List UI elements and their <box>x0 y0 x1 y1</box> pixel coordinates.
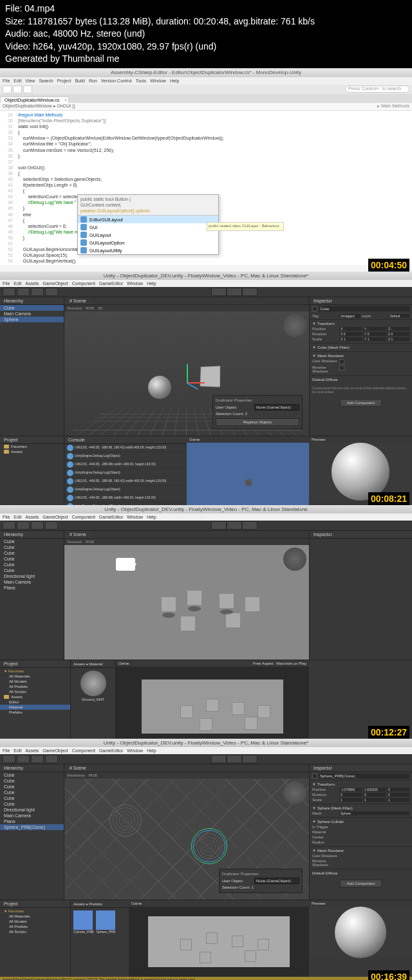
hierarchy-panel[interactable]: Hierarchy CubeCubeCubeCubeCubeCubeDirect… <box>0 531 64 660</box>
menu-file[interactable]: File <box>3 281 10 286</box>
rotate-tool[interactable] <box>31 755 44 763</box>
assets-folder[interactable]: Assets <box>0 449 64 454</box>
sphere-selected[interactable] <box>193 830 225 862</box>
sphere-object[interactable] <box>148 376 171 399</box>
cube-object[interactable] <box>180 616 196 631</box>
unity-menubar[interactable]: File Edit Assets GameObject Component Ga… <box>0 280 412 287</box>
menu-build[interactable]: Build <box>75 79 85 83</box>
hand-tool[interactable] <box>3 521 15 530</box>
hierarchy-item[interactable]: Cube <box>0 778 64 784</box>
camera-icon[interactable] <box>116 558 135 571</box>
view-cube[interactable] <box>283 548 306 571</box>
scene-tab[interactable]: # Scene <box>64 764 91 772</box>
hierarchy-item[interactable]: Main Camera <box>0 311 64 317</box>
folder-item[interactable]: Editor <box>0 699 70 705</box>
game-tab[interactable]: Game <box>189 438 200 441</box>
hand-tool[interactable] <box>3 755 15 763</box>
favorites[interactable]: ★ Favorites <box>0 668 70 674</box>
scene-viewport[interactable]: Duplicator Properties: User Object:None … <box>64 779 309 900</box>
material-preview[interactable] <box>335 907 386 958</box>
scene-tab[interactable]: # Scene <box>64 297 91 304</box>
view-cube[interactable] <box>283 314 306 337</box>
toolbar-run[interactable] <box>3 86 12 93</box>
console-item[interactable]: (-963.03, -449.05, -289.98) width:-465.0… <box>64 494 187 503</box>
menu-project[interactable]: Project <box>57 79 71 83</box>
menu-version[interactable]: Version Control <box>101 79 132 83</box>
menu-view[interactable]: View <box>25 79 35 83</box>
folder-item[interactable]: Prefabs <box>0 710 70 715</box>
breadcrumb[interactable]: ObjectDuplicatorWindow ▸ OnGUI () <box>3 104 75 109</box>
move-tool[interactable] <box>17 288 30 296</box>
hierarchy-item[interactable]: Plane <box>0 585 64 591</box>
hierarchy-item[interactable]: Cube <box>0 801 64 807</box>
cube-object[interactable] <box>245 596 260 612</box>
code-editor[interactable]: 29#region Main Methods30[MenuItem("Indie… <box>0 111 412 265</box>
menu-edit[interactable]: Edit <box>14 79 21 83</box>
cube-object[interactable] <box>219 593 234 609</box>
menu-tools[interactable]: Tools <box>136 79 146 83</box>
favorites-folder[interactable]: Favorites <box>0 444 64 449</box>
hierarchy-item[interactable]: Sphere_PRB(Clone) <box>0 824 64 830</box>
cube-object[interactable] <box>200 366 221 387</box>
project-tab[interactable]: Project <box>0 436 64 444</box>
rotate-tool[interactable] <box>31 288 44 296</box>
hierarchy-item[interactable]: Cube <box>0 790 64 795</box>
menu-window[interactable]: Window <box>150 79 166 83</box>
scale-tool[interactable] <box>45 521 58 530</box>
material-icon[interactable] <box>80 670 106 696</box>
menu-assets[interactable]: Assets <box>25 281 39 286</box>
object-name[interactable]: Sphere_PRB(Clone) <box>319 773 409 779</box>
close-icon[interactable]: × <box>64 98 67 102</box>
hierarchy-tab[interactable]: Hierarchy <box>0 297 64 305</box>
hierarchy-item[interactable]: Cube <box>0 772 64 778</box>
step-button[interactable] <box>242 288 258 296</box>
menu-run[interactable]: Run <box>89 79 97 83</box>
menu-gameeditor[interactable]: GameEditor <box>99 281 123 286</box>
method-nav[interactable]: ▸ Main Methods <box>377 104 409 109</box>
checkbox[interactable] <box>339 359 344 364</box>
step-button[interactable] <box>242 521 258 530</box>
warning-bar[interactable]: Assets/Editor/ObjectDuplicatorWindow.cs(… <box>0 977 412 980</box>
active-checkbox[interactable] <box>312 306 317 311</box>
folder-item[interactable]: Material <box>0 705 70 710</box>
scale-tool[interactable] <box>45 288 58 296</box>
pause-button[interactable] <box>227 288 242 296</box>
unity-menubar[interactable]: FileEditAssetsGameObjectComponentGameEdi… <box>0 747 412 754</box>
search-input[interactable]: Press 'Control+,' to search <box>345 86 409 93</box>
ac-item[interactable]: GUI <box>78 223 218 231</box>
sphere-wireframe[interactable] <box>109 804 142 837</box>
fav-item[interactable]: All Models <box>0 679 70 684</box>
replace-button[interactable]: Replace Objects <box>216 418 299 426</box>
hierarchy-item[interactable]: Sphere <box>0 317 64 322</box>
menu-component[interactable]: Component <box>72 281 95 286</box>
prefab-icon[interactable] <box>96 911 115 930</box>
menu-gameobject[interactable]: GameObject <box>42 281 68 286</box>
hierarchy-item[interactable]: Cube <box>0 544 64 550</box>
view-cube[interactable] <box>283 781 306 804</box>
pause-button[interactable] <box>227 521 242 530</box>
hierarchy-item[interactable]: Main Camera <box>0 579 64 585</box>
inspector-panel[interactable]: Inspector <box>309 531 412 660</box>
object-field[interactable]: None (GameObject) <box>254 878 299 884</box>
console-item[interactable]: (-963.03, -449.05, -289.98, 180.42) widt… <box>64 477 187 486</box>
hand-tool[interactable] <box>3 288 15 296</box>
project-panel[interactable]: Project ★ Favorites All Materials All Mo… <box>0 660 71 746</box>
breadcrumb[interactable]: Assets ▸ Material <box>71 660 115 668</box>
fav-item[interactable]: All Materials <box>0 674 70 679</box>
scene-tab[interactable]: # Scene <box>64 531 91 538</box>
pause-button[interactable] <box>227 755 242 763</box>
console-item[interactable]: (-963.03, -449.05, -289.98) width:-465.0… <box>64 461 187 469</box>
menubar[interactable]: File Edit View Search Project Build Run … <box>0 77 412 85</box>
hierarchy-item[interactable]: Cube <box>0 539 64 544</box>
menu-help[interactable]: Help <box>170 79 179 83</box>
hierarchy-item[interactable]: Directional light <box>0 573 64 579</box>
hierarchy-item[interactable]: Cube <box>0 784 64 790</box>
add-component-button[interactable]: Add Component <box>340 399 382 407</box>
toolbar-btn[interactable] <box>23 86 32 93</box>
scene-viewport[interactable] <box>64 545 309 660</box>
checkbox[interactable] <box>339 365 344 371</box>
ac-item[interactable]: EditorGUILayout <box>78 216 218 223</box>
play-button[interactable] <box>211 755 227 763</box>
assets-folder[interactable]: Assets <box>0 694 70 699</box>
fav-item[interactable]: All Scripts <box>0 689 70 694</box>
